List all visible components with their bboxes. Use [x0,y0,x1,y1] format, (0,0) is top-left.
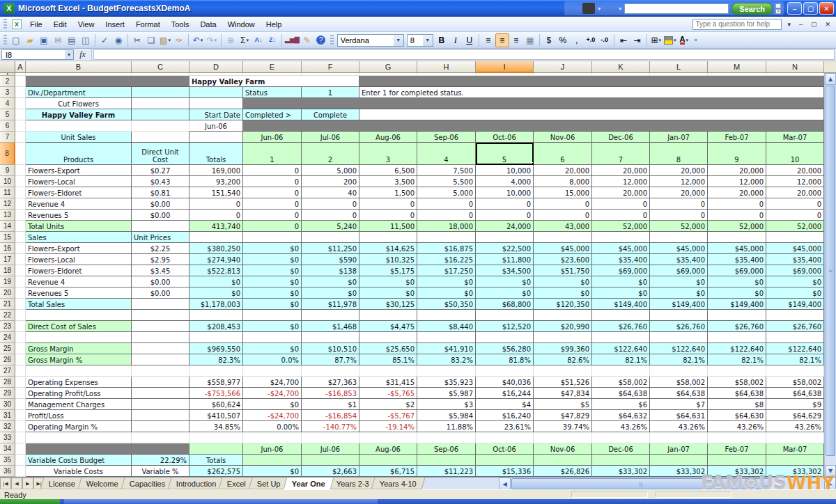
cell-F22[interactable] [302,310,359,321]
cell-F26[interactable]: 87.7% [302,354,359,365]
cell-J30[interactable]: $5 [534,399,592,410]
increase-indent-button[interactable]: ⇥ [630,33,644,47]
cell-D27[interactable] [189,365,243,377]
cell-J8[interactable]: 6 [534,143,592,165]
cell-N33[interactable] [766,432,824,443]
chevron-down-icon[interactable]: ▾ [394,35,403,46]
cell-A35[interactable] [15,455,26,466]
cell-B24[interactable] [26,332,132,343]
cell-E34[interactable]: Jun-06 [243,443,302,455]
cell-M22[interactable] [708,310,766,321]
cell-N30[interactable]: $9 [766,399,824,410]
cell-H34[interactable]: Sep-06 [417,443,476,455]
cell-D23[interactable]: $208,453 [189,321,243,332]
cell-H10[interactable]: 5,500 [417,176,476,187]
cell-M14[interactable]: 52,000 [708,221,766,232]
minimize-button[interactable]: – [787,2,802,15]
cell-C33[interactable] [132,432,189,443]
cell-H26[interactable]: 83.2% [417,354,476,365]
cell-F24[interactable] [302,332,359,343]
cell-K31[interactable]: $64,632 [592,410,650,421]
row-header-8[interactable]: 8 [0,143,15,165]
cell-J23[interactable]: $20,990 [534,321,592,332]
menu-edit[interactable]: Edit [48,18,72,31]
row-header-2[interactable]: 2 [0,76,15,87]
cell-H7[interactable]: Sep-06 [417,132,476,143]
column-header-N[interactable]: N [766,61,824,73]
font-size-select[interactable]: 8 ▾ [407,34,433,47]
cell-D9[interactable]: 169,000 [189,165,243,176]
taskbar-window-button[interactable] [64,499,378,504]
cell-A10[interactable] [15,176,26,187]
cut-icon[interactable]: ✂ [130,33,144,47]
cell-F23[interactable]: $1,468 [302,321,359,332]
cell-A27[interactable] [15,365,26,377]
cell-L23[interactable]: $26,760 [650,321,708,332]
cell-K15[interactable] [592,232,650,243]
cell-K35[interactable] [592,455,650,466]
row-header-21[interactable]: 21 [0,299,15,310]
workbook-icon[interactable] [12,19,22,29]
chevron-down-icon[interactable]: ▾ [598,6,601,12]
sheet-tab-years-2-3[interactable]: Years 2-3 [327,478,378,489]
row-header-27[interactable]: 27 [0,365,15,377]
cell-B5[interactable]: Happy Valley Farm [26,109,132,120]
cell-N9[interactable]: 20,000 [766,165,824,176]
column-header-K[interactable]: K [592,61,650,73]
titlebar-search-input[interactable] [624,3,729,14]
row-header-26[interactable]: 26 [0,354,15,365]
cell-M12[interactable]: 0 [708,198,766,210]
cell-B21[interactable]: Total Sales [26,299,132,310]
row-header-13[interactable]: 13 [0,210,15,221]
cell-A2[interactable] [15,76,26,87]
cell-C34[interactable] [132,443,189,455]
cell-L11[interactable]: 20,000 [650,187,708,198]
cell-E18[interactable]: $0 [243,265,302,276]
chevron-down-icon[interactable]: ▾ [423,35,433,46]
cell-J7[interactable]: Nov-06 [534,132,592,143]
cell-A16[interactable] [15,243,26,254]
cell-F16[interactable]: $11,250 [302,243,359,254]
cell-G13[interactable]: 0 [359,210,417,221]
cell-K10[interactable]: 12,000 [592,176,650,187]
undo-icon[interactable]: ↶▾ [191,33,205,47]
cell-H23[interactable]: $8,440 [417,321,476,332]
cell-K14[interactable]: 52,000 [592,221,650,232]
sheet-tab-capacities[interactable]: Capacities [121,478,173,489]
cell-B29[interactable]: Operating Profit/Loss [26,388,132,399]
cell-I9[interactable]: 10,000 [476,165,534,176]
cell-C13[interactable]: $0.00 [132,210,189,221]
cell-A20[interactable] [15,288,26,299]
cell-J13[interactable]: 0 [534,210,592,221]
cell-L15[interactable] [650,232,708,243]
cell-G16[interactable]: $14,625 [359,243,417,254]
format-painter-icon[interactable]: ✑ [172,33,186,47]
cell-L29[interactable]: $64,638 [650,388,708,399]
cell-K30[interactable]: $6 [592,399,650,410]
row-header-33[interactable]: 33 [0,432,15,443]
scroll-up-icon[interactable]: ▲ [825,73,836,85]
cell-A21[interactable] [15,299,26,310]
cell-N15[interactable] [766,232,824,243]
cell-H20[interactable]: $0 [417,288,476,299]
cell-D26[interactable]: 82.3% [189,354,243,365]
start-button-sliver[interactable] [0,499,60,504]
cell-H30[interactable]: $3 [417,399,476,410]
cell-I17[interactable]: $11,800 [476,254,534,265]
currency-button[interactable]: $ [542,33,556,47]
cell-B32[interactable]: Operating Margin % [26,421,132,432]
cell-F33[interactable] [302,432,359,443]
cell-A6[interactable] [15,120,26,132]
cell-I16[interactable]: $22,500 [476,243,534,254]
cell-B28[interactable]: Operating Expenses [26,377,132,388]
cell-F14[interactable]: 5,240 [302,221,359,232]
cell-A17[interactable] [15,254,26,265]
cell-J31[interactable]: $47,829 [534,410,592,421]
cell-C36[interactable]: Variable % [132,466,189,477]
cell-H24[interactable] [417,332,476,343]
cell-M20[interactable]: $0 [708,288,766,299]
print-icon[interactable]: ▤ [65,33,79,47]
cell-B9[interactable]: Flowers-Export [26,165,132,176]
cell-H14[interactable]: 18,000 [417,221,476,232]
cell-J29[interactable]: $47,834 [534,388,592,399]
